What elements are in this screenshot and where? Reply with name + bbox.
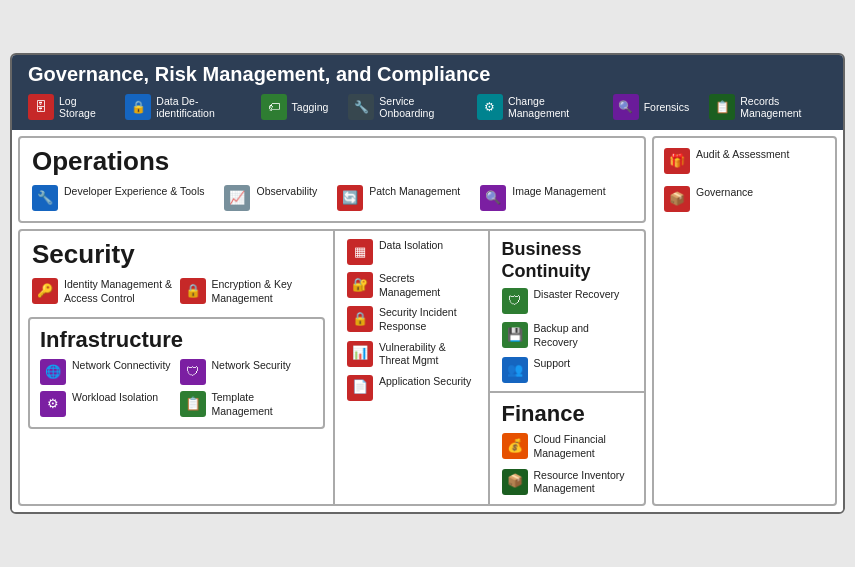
app-security-item: 📄 Application Security (347, 375, 476, 401)
change-management-icon: ⚙ (477, 94, 503, 120)
encryption-key-item: 🔒 Encryption & Key Management (180, 278, 322, 305)
network-connectivity-label: Network Connectivity (72, 359, 171, 373)
security-items: 🔑 Identity Management & Access Control 🔒… (32, 278, 321, 305)
cloud-financial-item: 💰 Cloud Financial Management (502, 433, 633, 460)
service-onboarding-label: Service Onboarding (379, 95, 457, 119)
vulnerability-icon: 📊 (347, 341, 373, 367)
audit-assessment-item: 🎁 Audit & Assessment (664, 148, 825, 174)
operations-items: 🔧 Developer Experience & Tools 📈 Observa… (32, 185, 632, 211)
bc-finance-column: BusinessContinuity 🛡 Disaster Recovery 💾… (490, 231, 645, 504)
observability-label: Observability (256, 185, 317, 199)
bottom-area: Security 🔑 Identity Management & Access … (18, 229, 646, 506)
operations-title: Operations (32, 146, 632, 177)
tagging-icon: 🏷 (261, 94, 287, 120)
dev-experience-item: 🔧 Developer Experience & Tools (32, 185, 204, 211)
page-title: Governance, Risk Management, and Complia… (28, 63, 827, 86)
finance-section: Finance 💰 Cloud Financial Management 📦 R… (490, 393, 645, 504)
security-incident-item: 🔒 Security Incident Response (347, 306, 476, 333)
encryption-key-label: Encryption & Key Management (212, 278, 322, 305)
records-management-label: Records Management (740, 95, 827, 119)
data-isolation-item: ▦ Data Isolation (347, 239, 476, 265)
data-isolation-icon: ▦ (347, 239, 373, 265)
main-container: Governance, Risk Management, and Complia… (10, 53, 845, 514)
forensics-label: Forensics (644, 101, 690, 113)
forensics-icon: 🔍 (613, 94, 639, 120)
secrets-management-label: Secrets Management (379, 272, 476, 299)
observability-item: 📈 Observability (224, 185, 317, 211)
observability-icon: 📈 (224, 185, 250, 211)
security-incident-icon: 🔒 (347, 306, 373, 332)
content-area: Operations 🔧 Developer Experience & Tool… (12, 130, 843, 512)
network-connectivity-icon: 🌐 (40, 359, 66, 385)
image-management-icon: 🔍 (480, 185, 506, 211)
resource-inventory-item: 📦 Resource Inventory Management (502, 469, 633, 496)
log-storage-icon: 🗄 (28, 94, 54, 120)
patch-management-icon: 🔄 (337, 185, 363, 211)
infrastructure-title: Infrastructure (40, 327, 313, 353)
header-icon-tagging: 🏷 Tagging (261, 94, 329, 120)
template-management-label: Template Management (212, 391, 314, 418)
app-security-icon: 📄 (347, 375, 373, 401)
business-continuity-items: 🛡 Disaster Recovery 💾 Backup and Recover… (502, 288, 633, 383)
change-management-label: Change Management (508, 95, 593, 119)
security-title: Security (32, 239, 321, 270)
operations-section: Operations 🔧 Developer Experience & Tool… (18, 136, 646, 223)
image-management-item: 🔍 Image Management (480, 185, 605, 211)
records-management-icon: 📋 (709, 94, 735, 120)
finance-items: 💰 Cloud Financial Management 📦 Resource … (502, 433, 633, 496)
identity-management-item: 🔑 Identity Management & Access Control (32, 278, 174, 305)
template-management-item: 📋 Template Management (180, 391, 314, 418)
header-icon-change-management: ⚙ Change Management (477, 94, 593, 120)
governance-label: Governance (696, 186, 753, 200)
header-icons-row: 🗄 Log Storage 🔒 Data De-identification 🏷… (28, 94, 827, 120)
vulnerability-item: 📊 Vulnerability & Threat Mgmt (347, 341, 476, 368)
dev-experience-label: Developer Experience & Tools (64, 185, 204, 199)
header-icon-data-deid: 🔒 Data De-identification (125, 94, 240, 120)
security-incident-label: Security Incident Response (379, 306, 476, 333)
network-connectivity-item: 🌐 Network Connectivity (40, 359, 174, 385)
image-management-label: Image Management (512, 185, 605, 199)
service-onboarding-icon: 🔧 (348, 94, 374, 120)
network-security-label: Network Security (212, 359, 291, 373)
infrastructure-items: 🌐 Network Connectivity 🛡 Network Securit… (40, 359, 313, 418)
network-security-item: 🛡 Network Security (180, 359, 314, 385)
security-section: Security 🔑 Identity Management & Access … (20, 231, 333, 313)
business-continuity-section: BusinessContinuity 🛡 Disaster Recovery 💾… (490, 231, 645, 393)
dev-experience-icon: 🔧 (32, 185, 58, 211)
cloud-financial-icon: 💰 (502, 433, 528, 459)
data-isolation-column: ▦ Data Isolation 🔐 Secrets Management 🔒 … (335, 231, 490, 504)
vulnerability-label: Vulnerability & Threat Mgmt (379, 341, 476, 368)
template-management-icon: 📋 (180, 391, 206, 417)
secrets-management-item: 🔐 Secrets Management (347, 272, 476, 299)
support-item: 👥 Support (502, 357, 633, 383)
patch-management-label: Patch Management (369, 185, 460, 199)
resource-inventory-label: Resource Inventory Management (534, 469, 633, 496)
backup-recovery-icon: 💾 (502, 322, 528, 348)
backup-recovery-item: 💾 Backup and Recovery (502, 322, 633, 349)
workload-isolation-label: Workload Isolation (72, 391, 158, 405)
infrastructure-section: Infrastructure 🌐 Network Connectivity 🛡 … (28, 317, 325, 428)
governance-icon: 📦 (664, 186, 690, 212)
cloud-financial-label: Cloud Financial Management (534, 433, 633, 460)
governance-item: 📦 Governance (664, 186, 825, 212)
header-icon-records-management: 📋 Records Management (709, 94, 827, 120)
data-isolation-label: Data Isolation (379, 239, 443, 253)
header: Governance, Risk Management, and Complia… (12, 55, 843, 130)
audit-assessment-label: Audit & Assessment (696, 148, 789, 162)
app-security-label: Application Security (379, 375, 471, 389)
header-icon-service-onboarding: 🔧 Service Onboarding (348, 94, 457, 120)
identity-management-label: Identity Management & Access Control (64, 278, 174, 305)
backup-recovery-label: Backup and Recovery (534, 322, 633, 349)
tagging-label: Tagging (292, 101, 329, 113)
support-label: Support (534, 357, 571, 371)
business-continuity-title: BusinessContinuity (502, 239, 633, 282)
finance-title: Finance (502, 401, 633, 427)
identity-management-icon: 🔑 (32, 278, 58, 304)
encryption-key-icon: 🔒 (180, 278, 206, 304)
disaster-recovery-item: 🛡 Disaster Recovery (502, 288, 633, 314)
workload-isolation-item: ⚙ Workload Isolation (40, 391, 174, 418)
resource-inventory-icon: 📦 (502, 469, 528, 495)
log-storage-label: Log Storage (59, 95, 105, 119)
data-deid-label: Data De-identification (156, 95, 240, 119)
audit-assessment-icon: 🎁 (664, 148, 690, 174)
